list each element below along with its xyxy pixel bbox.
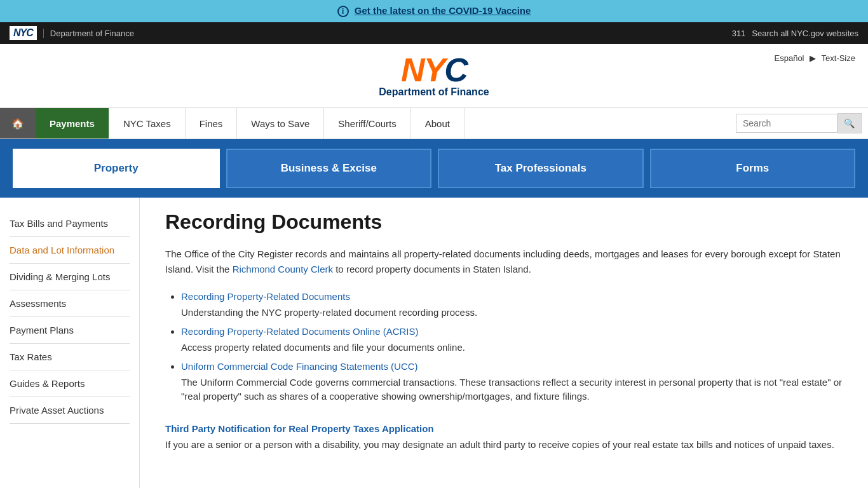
main-nav: 🏠 Payments NYC Taxes Fines Ways to Save … (0, 107, 868, 139)
sub-nav-tax-professionals[interactable]: Tax Professionals (438, 149, 644, 188)
richmond-county-clerk-link[interactable]: Richmond County Clerk (233, 264, 333, 274)
search-button[interactable]: 🔍 (837, 113, 862, 133)
ucc-link[interactable]: Uniform Commercial Code Financing Statem… (181, 361, 418, 372)
nav-payments[interactable]: Payments (36, 108, 109, 139)
logo-c: C (444, 51, 467, 88)
data-lot-link[interactable]: Data and Lot Information (10, 245, 114, 255)
page-title: Recording Documents (165, 210, 843, 234)
sidebar-item-guides-reports[interactable]: Guides & Reports (10, 370, 130, 397)
nyc-logo-small: NYC (10, 26, 37, 40)
search-input[interactable] (736, 114, 837, 133)
sidebar-item-tax-bills[interactable]: Tax Bills and Payments (10, 210, 130, 237)
sidebar: Tax Bills and Payments Data and Lot Info… (0, 198, 140, 488)
page-description: The Office of the City Register records … (165, 247, 843, 277)
header: NYC Department of Finance Español ▶ Text… (0, 44, 868, 107)
info-icon: i (337, 6, 349, 17)
nav-sheriff-courts[interactable]: Sheriff/Courts (324, 108, 410, 139)
sidebar-item-tax-rates[interactable]: Tax Rates (10, 344, 130, 370)
main-content: Recording Documents The Office of the Ci… (140, 198, 868, 488)
sub-nav-business-excise[interactable]: Business & Excise (226, 149, 432, 188)
dept-name-topbar: Department of Finance (43, 29, 134, 38)
nav-nyc-taxes[interactable]: NYC Taxes (109, 108, 186, 139)
espanol-link[interactable]: Español (775, 53, 804, 63)
sub-nav-forms[interactable]: Forms (650, 149, 856, 188)
third-party-desc: If you are a senior or a person with a d… (165, 437, 843, 452)
sub-nav: Property Business & Excise Tax Professio… (0, 139, 868, 198)
recording-property-desc: Understanding the NYC property-related d… (181, 306, 843, 320)
nyc-logo-main: NYC (379, 53, 489, 86)
header-logo: NYC Department of Finance (379, 53, 489, 98)
header-right: Español ▶ Text-Size (775, 53, 855, 63)
text-size-link[interactable]: Text-Size (822, 53, 855, 63)
logo-n: N (401, 51, 424, 88)
sidebar-item-dividing-merging[interactable]: Dividing & Merging Lots (10, 264, 130, 290)
sidebar-item-data-lot[interactable]: Data and Lot Information (10, 237, 130, 264)
recording-property-link[interactable]: Recording Property-Related Documents (181, 291, 350, 302)
covid-banner: i Get the latest on the COVID-19 Vaccine (0, 0, 868, 22)
sub-nav-property[interactable]: Property (13, 149, 220, 188)
acris-link[interactable]: Recording Property-Related Documents Onl… (181, 326, 418, 337)
nav-fines[interactable]: Fines (186, 108, 238, 139)
nav-ways-to-save[interactable]: Ways to Save (237, 108, 324, 139)
top-bar: NYC Department of Finance 311 Search all… (0, 22, 868, 44)
sidebar-item-private-asset[interactable]: Private Asset Auctions (10, 397, 130, 424)
separator: ▶ (810, 53, 816, 63)
third-party-link[interactable]: Third Party Notification for Real Proper… (165, 423, 434, 434)
top-bar-right: 311 Search all NYC.gov websites (732, 29, 858, 38)
search-container: 🔍 (729, 108, 868, 139)
logo-y: Y (424, 51, 445, 88)
search-all-label[interactable]: Search all NYC.gov websites (752, 29, 858, 38)
covid-link[interactable]: Get the latest on the COVID-19 Vaccine (355, 5, 531, 16)
num-311: 311 (732, 29, 746, 38)
third-party-section: Third Party Notification for Real Proper… (165, 423, 843, 452)
list-item: Recording Property-Related Documents Und… (181, 290, 843, 320)
sidebar-item-payment-plans[interactable]: Payment Plans (10, 317, 130, 344)
nav-about[interactable]: About (411, 108, 465, 139)
links-list: Recording Property-Related Documents Und… (165, 290, 843, 404)
home-button[interactable]: 🏠 (0, 108, 36, 139)
list-item: Uniform Commercial Code Financing Statem… (181, 360, 843, 404)
sidebar-item-assessments[interactable]: Assessments (10, 290, 130, 317)
acris-desc: Access property related documents and fi… (181, 341, 843, 355)
dept-subtitle: Department of Finance (379, 86, 489, 98)
content-wrapper: Tax Bills and Payments Data and Lot Info… (0, 198, 868, 488)
list-item: Recording Property-Related Documents Onl… (181, 325, 843, 355)
ucc-desc: The Uniform Commercial Code governs comm… (181, 376, 843, 404)
